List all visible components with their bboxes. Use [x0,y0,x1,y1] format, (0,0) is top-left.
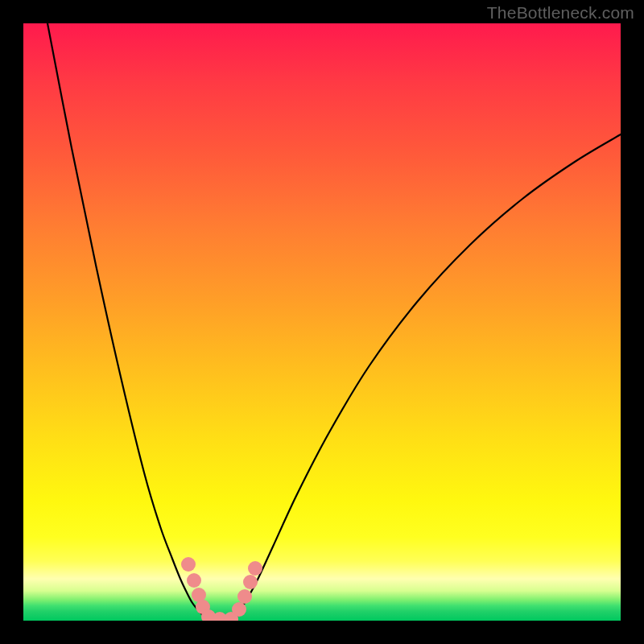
marker-group [181,557,262,621]
curve-right-branch [236,134,621,617]
curve-marker [237,589,252,604]
curve-marker [232,602,246,617]
curve-group [47,23,621,619]
curve-marker [181,557,196,572]
chart-frame [23,23,621,621]
curve-marker [187,573,201,588]
bottleneck-curve-plot [23,23,621,621]
watermark-text: TheBottleneck.com [487,3,634,23]
curve-left-branch [47,23,205,617]
curve-marker [243,575,258,589]
curve-marker [248,561,262,576]
